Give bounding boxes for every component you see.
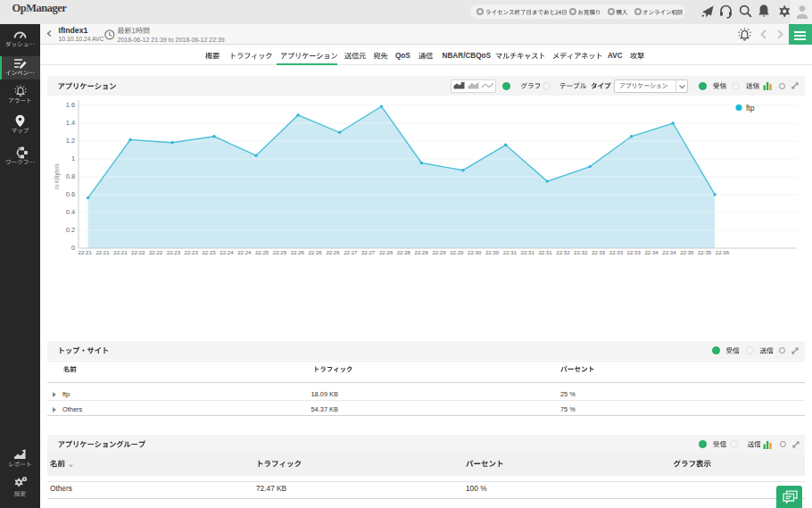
svg-text:1: 1 — [71, 154, 75, 162]
svg-text:22:30: 22:30 — [468, 249, 482, 255]
svg-text:22:26: 22:26 — [308, 249, 322, 255]
svg-text:22:23: 22:23 — [202, 249, 216, 255]
svg-text:22:21: 22:21 — [79, 249, 93, 255]
svg-text:22:36: 22:36 — [716, 249, 730, 255]
svg-text:22:28: 22:28 — [415, 249, 429, 255]
svg-text:22:25: 22:25 — [273, 249, 287, 255]
svg-text:22:21: 22:21 — [113, 249, 128, 255]
svg-text:22:31: 22:31 — [538, 249, 552, 255]
svg-text:22:34: 22:34 — [662, 249, 676, 255]
svg-text:22:31: 22:31 — [503, 249, 518, 255]
svg-text:22:25: 22:25 — [255, 249, 269, 255]
svg-text:0: 0 — [71, 244, 75, 252]
svg-text:22:22: 22:22 — [131, 249, 145, 255]
svg-text:22:28: 22:28 — [397, 249, 411, 255]
svg-text:22:35: 22:35 — [680, 249, 694, 255]
svg-text:22:31: 22:31 — [521, 249, 535, 255]
svg-text:ftp: ftp — [746, 104, 755, 112]
svg-text:22:21: 22:21 — [95, 249, 110, 255]
svg-text:22:23: 22:23 — [167, 249, 181, 255]
svg-text:0.4: 0.4 — [66, 208, 75, 216]
svg-text:22:29: 22:29 — [450, 249, 464, 255]
svg-text:0.8: 0.8 — [66, 172, 75, 180]
svg-text:22:33: 22:33 — [609, 249, 624, 255]
svg-text:22:34: 22:34 — [644, 249, 659, 255]
svg-text:22:26: 22:26 — [291, 249, 305, 255]
svg-text:22:33: 22:33 — [592, 249, 606, 255]
svg-text:0.6: 0.6 — [66, 190, 75, 198]
svg-text:0.2: 0.2 — [66, 226, 75, 234]
svg-text:22:35: 22:35 — [698, 249, 712, 255]
svg-text:22:29: 22:29 — [432, 249, 446, 255]
svg-text:1.6: 1.6 — [66, 101, 75, 109]
svg-text:22:32: 22:32 — [556, 249, 570, 255]
svg-text:1.4: 1.4 — [66, 119, 75, 127]
svg-text:22:24: 22:24 — [237, 249, 252, 255]
svg-text:22:27: 22:27 — [344, 249, 358, 255]
svg-text:22:23: 22:23 — [185, 249, 199, 255]
svg-text:in KByte/s: in KByte/s — [54, 163, 61, 189]
svg-text:22:30: 22:30 — [485, 249, 500, 255]
svg-text:22:32: 22:32 — [574, 249, 588, 255]
svg-text:22:24: 22:24 — [220, 249, 234, 255]
svg-text:1.2: 1.2 — [66, 137, 75, 145]
svg-text:22:33: 22:33 — [627, 249, 642, 255]
svg-text:22:27: 22:27 — [361, 249, 376, 255]
svg-text:22:22: 22:22 — [149, 249, 163, 255]
svg-text:22:26: 22:26 — [326, 249, 340, 255]
svg-text:22:28: 22:28 — [379, 249, 394, 255]
